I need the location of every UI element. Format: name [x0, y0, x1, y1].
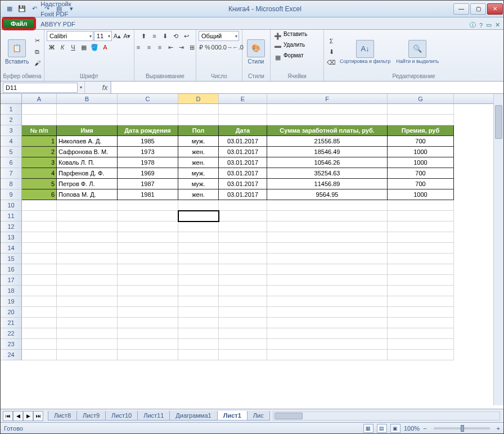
cell-C19[interactable] [118, 296, 178, 307]
font-color-icon[interactable]: A [100, 42, 110, 52]
tab-foxit pdf[interactable]: Foxit PDF [36, 9, 80, 19]
row-header-10[interactable]: 10 [1, 200, 22, 211]
cell-G14[interactable] [388, 243, 454, 254]
cell-D2[interactable] [178, 115, 219, 125]
row-header-23[interactable]: 23 [1, 339, 22, 350]
sheet-tab-лист11[interactable]: Лист11 [137, 411, 170, 421]
italic-button[interactable]: К [57, 42, 68, 52]
cell-C14[interactable] [118, 243, 178, 254]
cell-C20[interactable] [118, 307, 178, 318]
inc-decimal-icon[interactable]: .0→ [222, 42, 232, 52]
cell-G6[interactable]: 1000 [388, 157, 454, 168]
zoom-in-icon[interactable]: + [497, 425, 500, 432]
row-header-2[interactable]: 2 [1, 115, 22, 125]
row-header-21[interactable]: 21 [1, 318, 22, 328]
cell-C17[interactable] [118, 275, 178, 286]
cell-D23[interactable] [178, 339, 219, 350]
cell-F10[interactable] [267, 200, 388, 211]
row-header-5[interactable]: 5 [1, 147, 22, 157]
horizontal-scrollbar[interactable] [273, 412, 500, 421]
cell-G2[interactable] [388, 115, 454, 125]
cell-C10[interactable] [118, 200, 178, 211]
cell-G20[interactable] [388, 307, 454, 318]
maximize-button[interactable]: ▢ [470, 3, 486, 15]
cell-B13[interactable] [57, 232, 118, 243]
cell-F9[interactable]: 9564.95 [267, 189, 388, 200]
cell-A24[interactable] [22, 350, 57, 360]
cell-G16[interactable] [388, 264, 454, 275]
cell-C11[interactable] [118, 211, 178, 221]
sheet-tab-лис[interactable]: Лис [247, 411, 270, 421]
cell-C22[interactable] [118, 328, 178, 339]
cell-B5[interactable]: Сафронова В. М. [57, 147, 118, 157]
orientation-icon[interactable]: ⟲ [171, 31, 181, 41]
cell-E8[interactable]: 03.01.2017 [219, 179, 267, 189]
zoom-slider[interactable] [434, 427, 490, 430]
cell-B2[interactable] [57, 115, 118, 125]
cell-D22[interactable] [178, 328, 219, 339]
row-header-1[interactable]: 1 [1, 104, 22, 115]
cell-D1[interactable] [178, 104, 219, 115]
sheet-tab-диаграмма1[interactable]: Диаграмма1 [169, 411, 217, 421]
cell-F23[interactable] [267, 339, 388, 350]
row-header-9[interactable]: 9 [1, 189, 22, 200]
cell-B19[interactable] [57, 296, 118, 307]
cell-F6[interactable]: 10546.26 [267, 157, 388, 168]
align-bottom-icon[interactable]: ⬇ [160, 31, 170, 41]
cell-E16[interactable] [219, 264, 267, 275]
cell-F16[interactable] [267, 264, 388, 275]
cell-F5[interactable]: 18546.49 [267, 147, 388, 157]
cell-C6[interactable]: 1978 [118, 157, 178, 168]
row-header-13[interactable]: 13 [1, 232, 22, 243]
cell-C15[interactable] [118, 254, 178, 264]
cell-F4[interactable]: 21556.85 [267, 136, 388, 147]
wrap-text-icon[interactable]: ↩ [182, 31, 192, 41]
row-header-4[interactable]: 4 [1, 136, 22, 147]
cell-A7[interactable]: 4 [22, 168, 57, 179]
cell-G15[interactable] [388, 254, 454, 264]
cell-F24[interactable] [267, 350, 388, 360]
decrease-font-icon[interactable]: A▾ [123, 31, 132, 41]
cell-D11[interactable] [178, 211, 219, 221]
cell-B7[interactable]: Парфенов Д. Ф. [57, 168, 118, 179]
fill-icon[interactable]: ⬇ [326, 47, 336, 57]
cell-B22[interactable] [57, 328, 118, 339]
row-header-16[interactable]: 16 [1, 264, 22, 275]
cell-B21[interactable] [57, 318, 118, 328]
cell-G22[interactable] [388, 328, 454, 339]
cell-C3[interactable]: Дата рождения [118, 125, 178, 136]
cell-D12[interactable] [178, 221, 219, 232]
col-header-G[interactable]: G [388, 94, 454, 103]
cut-icon[interactable]: ✂ [32, 35, 42, 46]
align-right-icon[interactable]: ≡ [155, 42, 165, 52]
cell-F14[interactable] [267, 243, 388, 254]
cell-D21[interactable] [178, 318, 219, 328]
cell-D4[interactable]: муж. [178, 136, 219, 147]
row-header-12[interactable]: 12 [1, 221, 22, 232]
cell-A11[interactable] [22, 211, 57, 221]
currency-icon[interactable]: ₽ [199, 42, 204, 52]
autosum-icon[interactable]: Σ [326, 36, 336, 46]
cell-G23[interactable] [388, 339, 454, 350]
cell-A22[interactable] [22, 328, 57, 339]
comma-icon[interactable]: 000 [212, 42, 222, 52]
cell-F22[interactable] [267, 328, 388, 339]
cell-A17[interactable] [22, 275, 57, 286]
cell-E23[interactable] [219, 339, 267, 350]
ribbon-min-icon[interactable]: ▭ [486, 21, 492, 29]
close-button[interactable]: ✕ [487, 3, 503, 15]
cell-B12[interactable] [57, 221, 118, 232]
cell-E9[interactable]: 03.01.2017 [219, 189, 267, 200]
cell-F21[interactable] [267, 318, 388, 328]
cell-B16[interactable] [57, 264, 118, 275]
cell-D16[interactable] [178, 264, 219, 275]
cell-D19[interactable] [178, 296, 219, 307]
zoom-out-icon[interactable]: − [423, 425, 426, 432]
cell-E21[interactable] [219, 318, 267, 328]
cell-D13[interactable] [178, 232, 219, 243]
cell-E5[interactable]: 03.01.2017 [219, 147, 267, 157]
formula-input[interactable] [111, 82, 503, 93]
cell-D10[interactable] [178, 200, 219, 211]
cell-B3[interactable]: Имя [57, 125, 118, 136]
find-select-button[interactable]: 🔍 Найти и выделить [394, 39, 441, 65]
